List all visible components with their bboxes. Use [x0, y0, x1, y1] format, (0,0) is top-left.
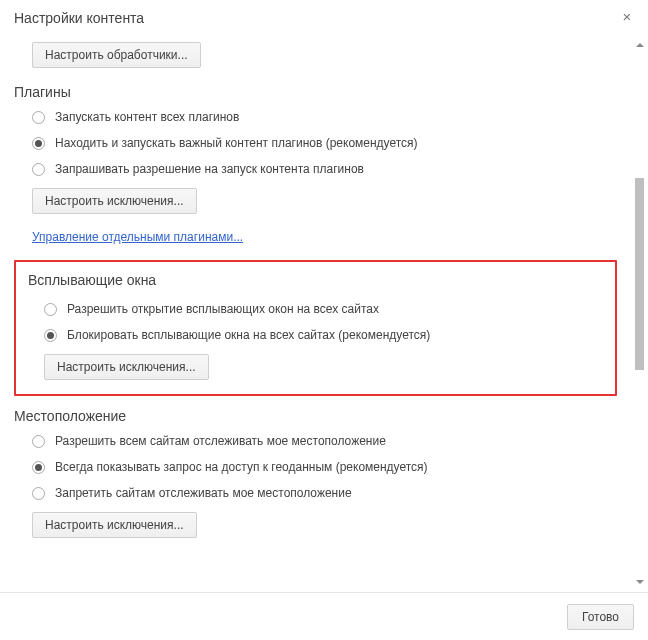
handlers-row: Настроить обработчики...	[32, 42, 617, 68]
radio-icon	[32, 461, 45, 474]
location-section-title: Местоположение	[14, 408, 617, 424]
popups-exceptions-button[interactable]: Настроить исключения...	[44, 354, 209, 380]
radio-label: Запрашивать разрешение на запуск контент…	[55, 162, 364, 176]
dialog-header: Настройки контента ×	[0, 0, 648, 36]
plugins-section-title: Плагины	[14, 84, 617, 100]
radio-icon	[32, 163, 45, 176]
plugins-exceptions-button[interactable]: Настроить исключения...	[32, 188, 197, 214]
plugins-radio-run-all[interactable]: Запускать контент всех плагинов	[32, 110, 617, 124]
plugins-radio-ask[interactable]: Запрашивать разрешение на запуск контент…	[32, 162, 617, 176]
chevron-down-icon	[636, 580, 644, 584]
radio-label: Находить и запускать важный контент плаг…	[55, 136, 418, 150]
radio-label: Всегда показывать запрос на доступ к гео…	[55, 460, 428, 474]
radio-label: Запускать контент всех плагинов	[55, 110, 239, 124]
radio-label: Блокировать всплывающие окна на всех сай…	[67, 328, 430, 342]
done-button[interactable]: Готово	[567, 604, 634, 630]
radio-icon	[32, 137, 45, 150]
content-settings-dialog: Настройки контента × Настроить обработчи…	[0, 0, 648, 640]
popups-section-highlight: Всплывающие окна Разрешить открытие вспл…	[14, 260, 617, 396]
radio-label: Разрешить всем сайтам отслеживать мое ме…	[55, 434, 386, 448]
dialog-title: Настройки контента	[14, 10, 144, 26]
radio-icon	[44, 303, 57, 316]
location-radio-block[interactable]: Запретить сайтам отслеживать мое местопо…	[32, 486, 617, 500]
plugins-radio-detect[interactable]: Находить и запускать важный контент плаг…	[32, 136, 617, 150]
popups-section-title: Всплывающие окна	[28, 272, 603, 288]
radio-label: Запретить сайтам отслеживать мое местопо…	[55, 486, 352, 500]
dialog-footer: Готово	[0, 592, 648, 640]
content-wrap: Настроить обработчики... Плагины Запуска…	[0, 36, 648, 590]
radio-icon	[32, 435, 45, 448]
configure-handlers-button[interactable]: Настроить обработчики...	[32, 42, 201, 68]
radio-icon	[32, 111, 45, 124]
plugins-exceptions-row: Настроить исключения...	[32, 188, 617, 214]
location-exceptions-row: Настроить исключения...	[32, 512, 617, 538]
location-radio-allow[interactable]: Разрешить всем сайтам отслеживать мое ме…	[32, 434, 617, 448]
location-exceptions-button[interactable]: Настроить исключения...	[32, 512, 197, 538]
scrollbar-thumb[interactable]	[635, 178, 644, 370]
close-icon[interactable]: ×	[620, 10, 634, 24]
manage-plugins-link[interactable]: Управление отдельными плагинами...	[32, 230, 243, 244]
location-radio-ask[interactable]: Всегда показывать запрос на доступ к гео…	[32, 460, 617, 474]
scroll-up-button[interactable]	[631, 36, 648, 53]
content-area: Настроить обработчики... Плагины Запуска…	[0, 36, 631, 590]
radio-label: Разрешить открытие всплывающих окон на в…	[67, 302, 379, 316]
scrollbar[interactable]	[631, 36, 648, 590]
radio-icon	[32, 487, 45, 500]
scroll-down-button[interactable]	[631, 573, 648, 590]
popups-radio-allow[interactable]: Разрешить открытие всплывающих окон на в…	[44, 302, 603, 316]
chevron-up-icon	[636, 43, 644, 47]
popups-exceptions-row: Настроить исключения...	[44, 354, 603, 380]
radio-icon	[44, 329, 57, 342]
popups-radio-block[interactable]: Блокировать всплывающие окна на всех сай…	[44, 328, 603, 342]
